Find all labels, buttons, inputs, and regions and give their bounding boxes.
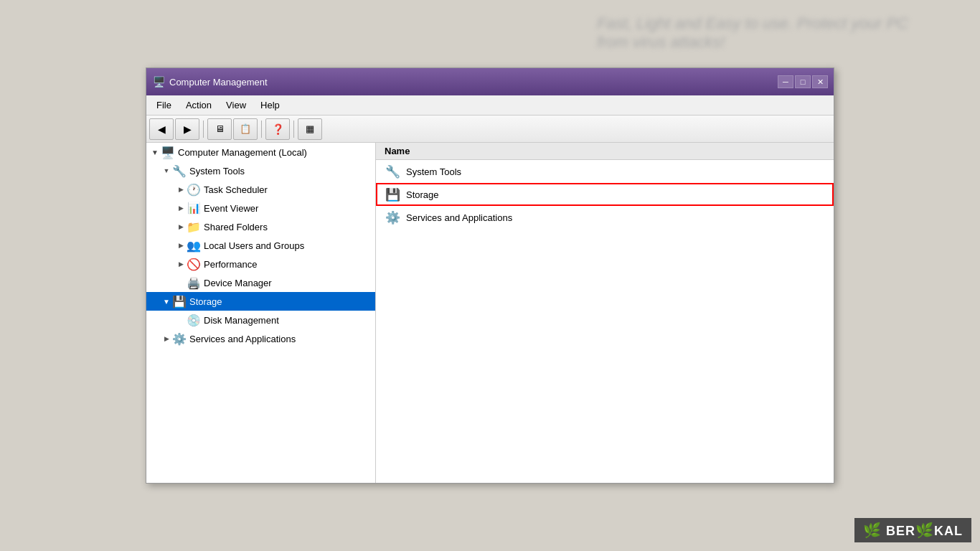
right-panel-header: Name (376, 143, 834, 160)
window-title: Computer Management (169, 77, 773, 88)
view-button[interactable]: ▦ (298, 118, 322, 140)
properties-button[interactable]: 🖥 (207, 118, 232, 140)
menu-file[interactable]: File (149, 98, 179, 113)
tree-item-event-viewer[interactable]: ▶ 📊 Event Viewer (146, 199, 375, 217)
right-item-storage[interactable]: 💾 Storage (376, 183, 834, 206)
expand-device-manager (175, 277, 187, 288)
watermark: 🌿 BER🌿KAL (854, 518, 971, 542)
event-viewer-icon: 📊 (187, 201, 201, 215)
expand-event-viewer: ▶ (175, 202, 187, 214)
tree-label-services-apps: Services and Applications (189, 334, 296, 344)
maximize-button[interactable]: □ (795, 75, 811, 88)
right-panel: Name 🔧 System Tools 💾 Storage ⚙️ Service… (376, 143, 834, 483)
expand-system-tools: ▼ (161, 165, 172, 176)
tree-item-disk-management[interactable]: 💿 Disk Management (146, 311, 375, 329)
back-button[interactable]: ◀ (149, 118, 174, 140)
performance-icon: 🚫 (187, 257, 201, 271)
tree-label-root: Computer Management (Local) (178, 147, 307, 158)
right-label-services-apps: Services and Applications (406, 212, 512, 223)
tree-item-root[interactable]: ▼ 🖥️ Computer Management (Local) (146, 143, 375, 161)
tree-label-local-users: Local Users and Groups (204, 240, 304, 251)
right-services-apps-icon: ⚙️ (385, 209, 400, 225)
tree-item-storage[interactable]: ▼ 💾 Storage (146, 292, 375, 311)
title-bar: 🖥️ Computer Management ─ □ ✕ (146, 68, 834, 95)
minimize-button[interactable]: ─ (778, 75, 793, 88)
shared-folders-icon: 📁 (187, 220, 201, 234)
disk-management-icon: 💿 (187, 313, 201, 327)
tree-item-local-users[interactable]: ▶ 👥 Local Users and Groups (146, 236, 375, 255)
right-label-storage: Storage (406, 189, 439, 200)
expand-local-users: ▶ (175, 240, 187, 251)
copy-button[interactable]: 📋 (233, 118, 258, 140)
window-controls: ─ □ ✕ (778, 75, 828, 88)
tree-label-task-scheduler: Task Scheduler (204, 184, 268, 195)
right-item-system-tools[interactable]: 🔧 System Tools (376, 160, 834, 183)
toolbar-separator-3 (293, 121, 294, 138)
menu-bar: File Action View Help (146, 95, 834, 116)
menu-action[interactable]: Action (179, 98, 219, 113)
computer-management-window: 🖥️ Computer Management ─ □ ✕ File Action… (146, 67, 834, 484)
toolbar-separator-2 (261, 121, 262, 138)
expand-storage: ▼ (161, 296, 172, 307)
tree-label-disk-management: Disk Management (204, 315, 279, 326)
watermark-leaf: 🌿 (863, 522, 882, 539)
toolbar: ◀ ▶ 🖥 📋 ❓ ▦ (146, 116, 834, 143)
desktop: Fast, Light and Easy to use. Protect you… (0, 0, 980, 551)
storage-icon: 💾 (172, 294, 187, 309)
main-content: ▼ 🖥️ Computer Management (Local) ▼ 🔧 Sys… (146, 143, 834, 483)
task-scheduler-icon: 🕐 (187, 182, 201, 197)
right-item-services-apps[interactable]: ⚙️ Services and Applications (376, 206, 834, 229)
device-manager-icon: 🖨️ (187, 276, 201, 290)
services-apps-icon: ⚙️ (172, 331, 187, 346)
toolbar-separator-1 (203, 121, 204, 138)
tree-label-shared-folders: Shared Folders (204, 222, 268, 232)
tree-item-system-tools[interactable]: ▼ 🔧 System Tools (146, 161, 375, 180)
tree-item-services-apps[interactable]: ▶ ⚙️ Services and Applications (146, 329, 375, 348)
tree-item-shared-folders[interactable]: ▶ 📁 Shared Folders (146, 217, 375, 236)
local-users-icon: 👥 (187, 238, 201, 253)
expand-performance: ▶ (175, 258, 187, 270)
system-tools-icon: 🔧 (172, 164, 187, 178)
expand-services-apps: ▶ (161, 333, 172, 344)
close-button[interactable]: ✕ (812, 75, 828, 88)
right-label-system-tools: System Tools (406, 166, 461, 177)
help-button[interactable]: ❓ (265, 118, 290, 140)
tree-item-device-manager[interactable]: 🖨️ Device Manager (146, 273, 375, 292)
tree-item-task-scheduler[interactable]: ▶ 🕐 Task Scheduler (146, 180, 375, 199)
forward-button[interactable]: ▶ (175, 118, 199, 140)
bg-ad-text: Fast, Light and Easy to use. Protect you… (597, 14, 908, 52)
menu-help[interactable]: Help (253, 98, 287, 113)
window-icon: 🖥️ (152, 75, 165, 88)
expand-task-scheduler: ▶ (175, 184, 187, 195)
tree-item-performance[interactable]: ▶ 🚫 Performance (146, 255, 375, 273)
computer-icon: 🖥️ (161, 145, 175, 159)
tree-label-event-viewer: Event Viewer (204, 203, 258, 214)
menu-view[interactable]: View (219, 98, 253, 113)
tree-panel: ▼ 🖥️ Computer Management (Local) ▼ 🔧 Sys… (146, 143, 376, 483)
watermark-text: BER🌿KAL (886, 522, 963, 539)
tree-label-device-manager: Device Manager (204, 278, 272, 288)
expand-disk-management (175, 314, 187, 326)
tree-label-system-tools: System Tools (189, 166, 245, 176)
tree-label-performance: Performance (204, 259, 257, 270)
expand-shared-folders: ▶ (175, 221, 187, 232)
expand-root: ▼ (149, 146, 161, 158)
tree-label-storage: Storage (189, 296, 222, 307)
right-storage-icon: 💾 (385, 187, 400, 202)
right-system-tools-icon: 🔧 (385, 164, 400, 179)
